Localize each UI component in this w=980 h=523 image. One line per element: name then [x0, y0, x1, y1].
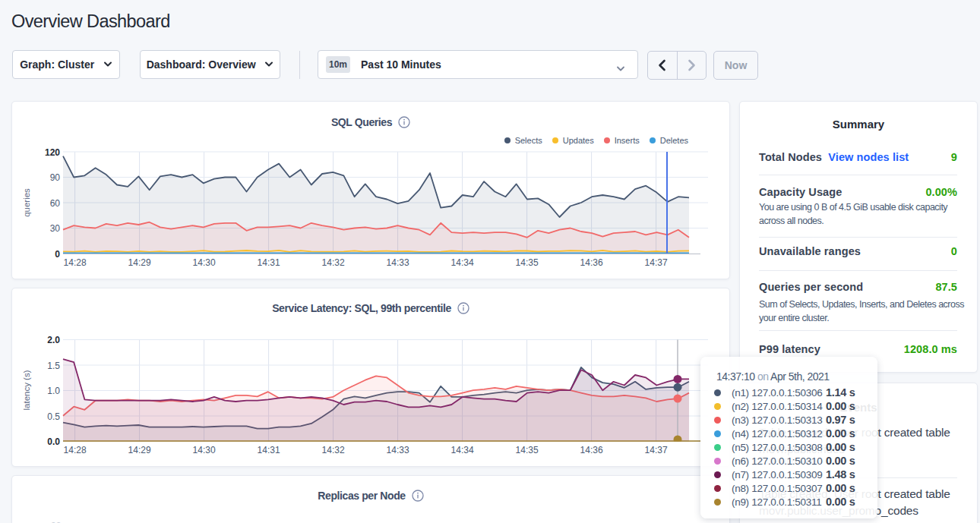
- svg-text:90: 90: [50, 172, 61, 183]
- svg-text:14:31: 14:31: [258, 445, 280, 455]
- svg-text:queries: queries: [22, 188, 31, 217]
- svg-text:14:31: 14:31: [258, 257, 280, 268]
- svg-text:14:32: 14:32: [322, 445, 345, 455]
- svg-text:14:30: 14:30: [193, 445, 216, 455]
- svg-text:0.5: 0.5: [47, 411, 60, 422]
- svg-text:60: 60: [50, 198, 61, 209]
- svg-text:30: 30: [50, 223, 61, 234]
- svg-text:14:33: 14:33: [387, 257, 409, 268]
- svg-text:2.0: 2.0: [47, 335, 60, 345]
- svg-text:14:35: 14:35: [516, 257, 539, 268]
- svg-text:14:30: 14:30: [193, 257, 216, 268]
- svg-text:14:33: 14:33: [387, 445, 409, 455]
- svg-text:14:29: 14:29: [128, 445, 151, 455]
- svg-text:14:37: 14:37: [645, 445, 668, 455]
- svg-text:latency (s): latency (s): [22, 370, 31, 410]
- svg-text:14:32: 14:32: [322, 257, 345, 268]
- svg-text:14:37: 14:37: [645, 257, 668, 268]
- svg-text:0.0: 0.0: [47, 436, 60, 447]
- svg-text:14:29: 14:29: [128, 257, 151, 268]
- svg-text:14:34: 14:34: [451, 257, 474, 268]
- svg-text:1.0: 1.0: [47, 386, 60, 396]
- svg-text:14:34: 14:34: [451, 445, 474, 455]
- svg-text:14:28: 14:28: [64, 445, 87, 455]
- svg-text:120: 120: [45, 147, 60, 158]
- svg-text:14:28: 14:28: [64, 257, 87, 268]
- svg-text:14:35: 14:35: [516, 445, 539, 455]
- svg-text:14:36: 14:36: [580, 445, 603, 455]
- svg-text:1.5: 1.5: [47, 361, 60, 371]
- svg-text:14:36: 14:36: [580, 257, 603, 268]
- svg-text:0: 0: [55, 249, 60, 260]
